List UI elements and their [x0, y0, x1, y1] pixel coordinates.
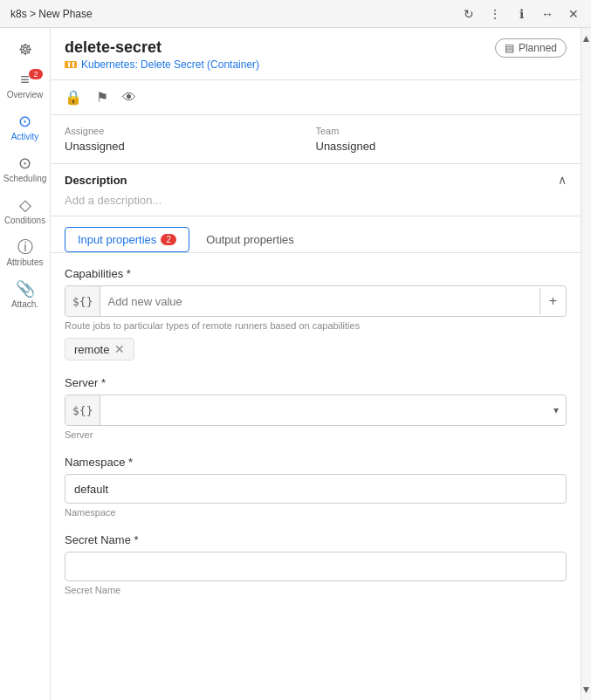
- namespace-hint: Namespace: [65, 507, 567, 518]
- more-icon[interactable]: ⋮: [488, 7, 502, 21]
- server-dropdown-icon: ▾: [546, 399, 566, 422]
- secret-name-hint: Secret Name: [65, 585, 567, 595]
- secret-name-label: Secret Name *: [65, 533, 567, 546]
- attach-icon: 📎: [16, 281, 35, 297]
- sidebar-item-conditions[interactable]: ◇ Conditions: [0, 190, 50, 232]
- team-col: Team Unassigned: [316, 126, 567, 153]
- title-bar: k8s > New Phase ↻ ⋮ ℹ ↔ ✕: [0, 0, 591, 28]
- capabilities-input[interactable]: [100, 290, 539, 313]
- capabilities-add-button[interactable]: +: [539, 288, 566, 314]
- close-icon[interactable]: ✕: [567, 7, 581, 21]
- sidebar-label-overview: Overview: [7, 90, 44, 100]
- assignee-label: Assignee: [65, 126, 316, 136]
- sidebar-item-kubernetes[interactable]: ☸: [0, 35, 50, 65]
- input-properties-tab[interactable]: Input properties 2: [65, 227, 189, 252]
- sidebar: ☸ 2 ≡ Overview ⊙ Activity ⊙ Scheduling ◇…: [0, 28, 51, 700]
- team-label: Team: [316, 126, 567, 136]
- sidebar-item-scheduling[interactable]: ⊙ Scheduling: [0, 148, 50, 190]
- conditions-icon: ◇: [19, 197, 31, 213]
- sidebar-item-overview[interactable]: 2 ≡ Overview: [0, 65, 50, 106]
- right-scrollbar[interactable]: ▲ ▼: [581, 28, 591, 700]
- team-value: Unassigned: [316, 140, 567, 153]
- server-hint: Server: [65, 429, 567, 440]
- description-title: Description: [65, 174, 127, 187]
- scroll-body[interactable]: Input properties 2 Output properties Cap…: [51, 216, 581, 700]
- assignee-value: Unassigned: [65, 140, 316, 153]
- namespace-group: Namespace * Namespace: [65, 456, 567, 518]
- breadcrumb: k8s > New Phase: [10, 8, 93, 20]
- server-label: Server *: [65, 376, 567, 389]
- input-properties-badge: 2: [161, 234, 176, 245]
- capabilities-hint: Route jobs to particular types of remote…: [65, 320, 567, 331]
- activity-icon: ⊙: [18, 113, 31, 129]
- sidebar-label-scheduling: Scheduling: [3, 174, 46, 183]
- server-group: Server * ${} ▾ Server: [65, 376, 567, 440]
- capabilities-group: Capabilities * ${} + Route jobs to parti…: [65, 267, 567, 360]
- info-icon[interactable]: ℹ: [514, 7, 528, 21]
- assignee-col: Assignee Unassigned: [65, 126, 316, 153]
- scroll-up-button[interactable]: ▲: [579, 30, 591, 47]
- planned-icon: ▤: [505, 42, 514, 54]
- tab-icons-bar: 🔒 ⚑ 👁: [51, 80, 581, 115]
- capabilities-prefix: ${}: [65, 286, 100, 316]
- status-badge[interactable]: ▤ Planned: [495, 38, 567, 58]
- kubernetes-badge-icon: [65, 61, 77, 68]
- collapse-description-button[interactable]: ∧: [558, 173, 567, 187]
- description-placeholder[interactable]: Add a description...: [65, 194, 567, 207]
- sidebar-item-activity[interactable]: ⊙ Activity: [0, 106, 50, 148]
- namespace-label: Namespace *: [65, 456, 567, 469]
- flag-tab-icon[interactable]: ⚑: [96, 89, 108, 106]
- scheduling-icon: ⊙: [18, 155, 31, 171]
- secret-name-input[interactable]: [65, 552, 567, 581]
- title-bar-actions: ↻ ⋮ ℹ ↔ ✕: [462, 7, 581, 21]
- page-title: delete-secret: [65, 38, 259, 57]
- sidebar-label-conditions: Conditions: [4, 216, 45, 225]
- sidebar-label-attributes: Attributes: [6, 257, 43, 267]
- refresh-icon[interactable]: ↻: [462, 7, 476, 21]
- server-input-wrapper: ${} ▾: [65, 395, 567, 426]
- overview-badge: 2: [29, 69, 43, 79]
- sidebar-item-attach[interactable]: 📎 Attach.: [0, 274, 50, 316]
- output-properties-tab[interactable]: Output properties: [193, 227, 306, 252]
- capabilities-tag-remove[interactable]: ✕: [114, 342, 125, 356]
- secret-name-group: Secret Name * Secret Name: [65, 533, 567, 595]
- assignee-section: Assignee Unassigned Team Unassigned: [51, 115, 581, 164]
- properties-tabs: Input properties 2 Output properties: [51, 216, 581, 253]
- capabilities-input-wrapper: ${} +: [65, 285, 567, 317]
- sidebar-label-attach: Attach.: [11, 299, 38, 309]
- page-subtitle: Kubernetes: Delete Secret (Container): [65, 58, 259, 71]
- server-prefix: ${}: [65, 395, 100, 425]
- sidebar-label-activity: Activity: [11, 132, 39, 141]
- attributes-icon: ⓘ: [17, 239, 33, 255]
- form-area: Capabilities * ${} + Route jobs to parti…: [51, 253, 581, 625]
- description-section: Description ∧ Add a description...: [51, 164, 581, 216]
- namespace-input[interactable]: [65, 474, 567, 504]
- kubernetes-icon: ☸: [18, 42, 32, 58]
- sidebar-item-attributes[interactable]: ⓘ Attributes: [0, 232, 50, 274]
- server-select[interactable]: [100, 395, 546, 425]
- eye-tab-icon[interactable]: 👁: [122, 90, 136, 106]
- expand-icon[interactable]: ↔: [540, 7, 554, 21]
- page-header: delete-secret Kubernetes: Delete Secret …: [51, 28, 581, 80]
- capabilities-label: Capabilities *: [65, 267, 567, 280]
- content-area: delete-secret Kubernetes: Delete Secret …: [51, 28, 581, 700]
- lock-tab-icon[interactable]: 🔒: [65, 89, 82, 106]
- capabilities-tag-remote: remote ✕: [65, 338, 134, 360]
